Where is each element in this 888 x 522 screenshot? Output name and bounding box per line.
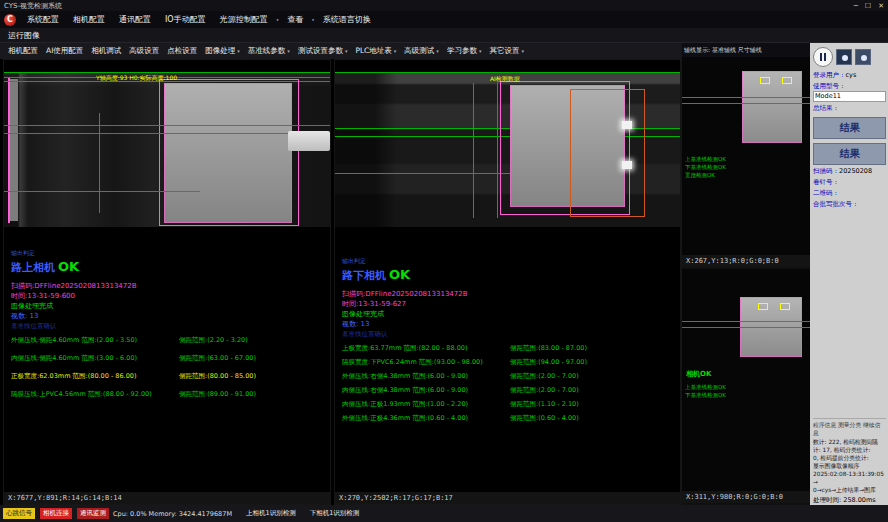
- count-text: 视数: 13: [11, 311, 330, 321]
- overlay-green-line: [4, 191, 200, 192]
- toolbar-label: 相机配置: [8, 46, 38, 56]
- measurement-row: 内侧压线:正极1.93mm 范围:(1.00 - 2.20) 侧距范围:(1.1…: [342, 400, 680, 409]
- toolbar-test-params[interactable]: 测试设置参数▾: [294, 46, 352, 56]
- time-text: 时间:13-31-59-627: [342, 299, 680, 309]
- time-text: 时间:13-31-59-600: [11, 291, 330, 301]
- thumbnail-lower-image[interactable]: 相机OK 上基准线检测OK 下基准线检测OK: [682, 269, 810, 491]
- batch-field: 合批写批次号：: [813, 200, 886, 209]
- toolbar-advanced-test[interactable]: 高级测试▾: [400, 46, 443, 56]
- model-label: 使用型号：: [813, 82, 846, 90]
- toolbar-baseline-params[interactable]: 基准线参数▾: [244, 46, 294, 56]
- toolbar-other-settings[interactable]: 其它设置▾: [485, 46, 528, 56]
- measurement-range: 侧距范围:(2.20 - 3.20): [179, 336, 248, 345]
- menu-item-camera-config[interactable]: 相机配置: [66, 14, 112, 25]
- menu-item-system-config[interactable]: 系统配置: [20, 14, 66, 25]
- main-content: 相机配置 AI使用配置 相机调试 高级设置 点检设置 图像处理▾ 基准线参数▾ …: [0, 43, 888, 505]
- toolbar-spot-check[interactable]: 点检设置: [163, 46, 201, 56]
- thumbnail-column: 辅线显示: 基准辅线 尺寸辅线 上基准线检测OK 下基准线检测OK 宽度检测OK…: [681, 43, 810, 505]
- chevron-down-icon: ▾: [521, 48, 524, 54]
- image-annotation: AI检测数据: [490, 75, 520, 84]
- process-time: 处理时间: 258.00ms: [813, 496, 886, 504]
- toolbar-plc-address[interactable]: PLC地址表▾: [351, 46, 400, 56]
- camera-2-button[interactable]: [855, 49, 871, 65]
- lower-camera-status: 下相机1识别检测: [310, 509, 360, 518]
- work-area: 相机配置 AI使用配置 相机调试 高级设置 点检设置 图像处理▾ 基准线参数▾ …: [0, 43, 681, 505]
- login-user-value: cys: [846, 71, 857, 79]
- model-value[interactable]: Mode11: [813, 91, 886, 102]
- measurement-label: 隔膜压线:上PVC4.56mm 范围:(88.00 - 92.00): [11, 390, 179, 399]
- thumbnail-readouts: 上基准线检测OK 下基准线检测OK: [685, 383, 726, 399]
- pause-icon: [824, 53, 826, 61]
- thumbnail-upper-image[interactable]: 上基准线检测OK 下基准线检测OK 宽度检测OK: [682, 57, 810, 255]
- gripper-structure: [288, 131, 330, 151]
- menu-item-comm-config[interactable]: 通讯配置: [112, 14, 158, 25]
- thumbnail-lower[interactable]: 相机OK 上基准线检测OK 下基准线检测OK X:311,Y:980;R:0;G…: [682, 269, 810, 505]
- thumbnail-upper[interactable]: 上基准线检测OK 下基准线检测OK 宽度检测OK X:267,Y:13;R:0;…: [682, 57, 810, 269]
- status-bar: 心跳信号 相机连接 通讯监测 Cpu: 0.0% Memory: 3424.41…: [0, 505, 888, 522]
- measurement-range: 侧距范围:(94.00 - 97.00): [510, 358, 587, 367]
- menu-bar: C 系统配置 相机配置 通讯配置 IO手动配置 光源控制配置 • 查看 • 系统…: [0, 11, 888, 28]
- login-user-field: 登录用户：cys: [813, 71, 886, 80]
- measurement-row: 内侧压线:侧距4.60mm 范围:(3.00 - 6.00) 侧距范围:(63.…: [11, 354, 330, 363]
- measurement-label: 外侧压线:正极4.36mm 范围:(0.60 - 4.00): [342, 414, 510, 423]
- overlay-yellow-box: [760, 77, 770, 84]
- minimize-button[interactable]: ─: [854, 2, 858, 10]
- overlay-yellow-box: [758, 303, 768, 310]
- barcode-text: 扫描码:DFFline2025020813313472B: [342, 289, 680, 299]
- camera-1-button[interactable]: [836, 49, 852, 65]
- thumbnail-readout-line: 上基准线检测OK: [685, 155, 726, 163]
- camera-views: Y轴高度:93 H0:实际高度:100 输出判定 路上相机 OK 扫描码:DFF…: [0, 59, 681, 505]
- stats-line: 0, 检码提前分类统计:: [813, 454, 886, 462]
- toolbar-camera-debug[interactable]: 相机调试: [87, 46, 125, 56]
- camera-upper-image[interactable]: Y轴高度:93 H0:实际高度:100: [4, 72, 330, 227]
- measurement-range: 侧距范围:(2.00 - 7.00): [510, 386, 579, 395]
- total-result-field: 总结果：: [813, 104, 886, 113]
- stats-line: 计: 17, 检码分类统计:: [813, 446, 886, 454]
- overlay-pink-line: [8, 77, 10, 223]
- qr-field: 二维码：: [813, 189, 886, 198]
- camera-name: 路上相机: [11, 260, 55, 275]
- side-panel-buttons: [813, 45, 886, 71]
- measurement-row: 隔膜宽度:下PVC6.24mm 范围:(93.00 - 98.00) 侧距范围:…: [342, 358, 680, 367]
- thumbnail-status: 相机OK: [686, 369, 711, 379]
- menu-item-light-control[interactable]: 光源控制配置: [213, 14, 275, 25]
- maximize-button[interactable]: ☐: [865, 2, 871, 10]
- login-user-label: 登录用户：: [813, 71, 846, 79]
- menu-item-io-manual[interactable]: IO手动配置: [158, 14, 213, 25]
- toolbar-label: 其它设置: [489, 46, 519, 56]
- close-button[interactable]: ✕: [878, 2, 884, 10]
- tab-run-image[interactable]: 运行图像: [8, 30, 40, 41]
- thumbnail-readout-line: 下基准线检测OK: [685, 163, 726, 171]
- status-badge: OK: [58, 259, 79, 274]
- model-field: 使用型号：Mode11: [813, 82, 886, 102]
- result-line: 路上相机 OK: [11, 259, 330, 275]
- measurement-row: 上极宽度:63.77mm 范围:(82.00 - 88.00) 侧距范围:(83…: [342, 344, 680, 353]
- toolbar-advanced-settings[interactable]: 高级设置: [125, 46, 163, 56]
- toolbar-learning-params[interactable]: 学习参数▾: [443, 46, 486, 56]
- baseline-text: 基准线位置确认: [11, 321, 330, 331]
- toolbar: 相机配置 AI使用配置 相机调试 高级设置 点检设置 图像处理▾ 基准线参数▾ …: [0, 43, 681, 59]
- toolbar-camera-config[interactable]: 相机配置: [4, 46, 42, 56]
- result-caption: 输出判定: [342, 257, 680, 266]
- toolbar-ai-config[interactable]: AI使用配置: [42, 46, 87, 56]
- measurement-label: 隔膜宽度:下PVC6.24mm 范围:(93.00 - 98.00): [342, 358, 510, 367]
- image-annotation: Y轴高度:93 H0:实际高度:100: [96, 74, 177, 83]
- toolbar-image-processing[interactable]: 图像处理▾: [201, 46, 244, 56]
- menu-item-language-switch[interactable]: 系统语言切换: [316, 14, 378, 25]
- stats-line: 2025:02:08-13:31:39:05 →: [813, 470, 886, 486]
- measurement-label: 外侧压线:右侧4.38mm 范围:(6.00 - 9.00): [342, 372, 510, 381]
- measurement-range: 侧距范围:(2.00 - 7.00): [510, 372, 579, 381]
- toolbar-label: 相机调试: [91, 46, 121, 56]
- thumbnail-readout-line: 宽度检测OK: [685, 171, 726, 179]
- pause-button[interactable]: [813, 47, 833, 67]
- measurement-row: 内侧压线:右侧4.38mm 范围:(6.00 - 9.00) 侧距范围:(2.0…: [342, 386, 680, 395]
- camera-lower-image[interactable]: AI检测数据: [335, 72, 680, 227]
- app-logo-icon: C: [4, 14, 16, 26]
- measurement-range: 侧距范围:(0.60 - 4.00): [510, 414, 579, 423]
- chevron-down-icon: ▾: [436, 48, 439, 54]
- measurement-range: 侧距范围:(63.00 - 67.00): [179, 354, 256, 363]
- toolbar-label: AI使用配置: [46, 46, 83, 56]
- menu-item-view[interactable]: 查看: [280, 14, 310, 25]
- process-text: 图像处理完成: [342, 309, 680, 319]
- overlay-green-line: [497, 83, 498, 218]
